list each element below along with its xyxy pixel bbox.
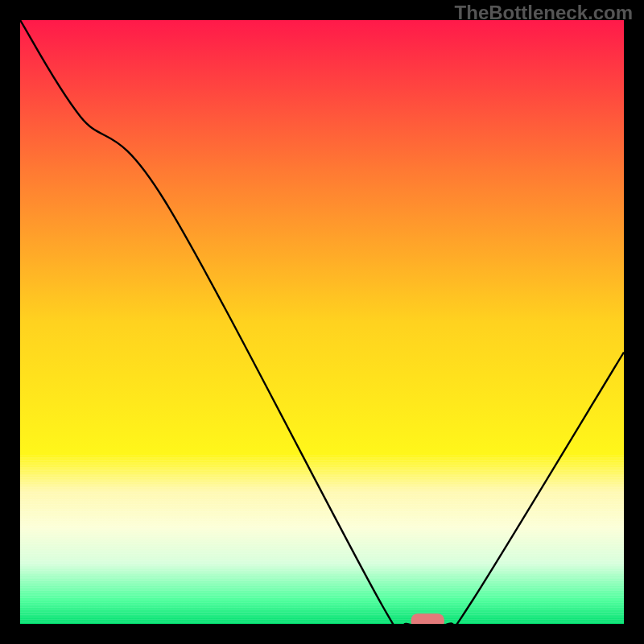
svg-rect-13 [20,487,624,489]
svg-rect-43 [20,560,624,562]
svg-rect-2 [20,460,624,461]
svg-rect-65 [20,614,624,616]
svg-rect-53 [20,584,624,586]
svg-rect-11 [20,481,624,483]
svg-rect-1 [20,457,624,459]
svg-rect-55 [20,589,624,591]
svg-rect-39 [20,551,624,552]
svg-rect-3 [20,462,624,464]
svg-rect-6 [20,469,624,471]
svg-rect-34 [20,538,624,539]
svg-rect-40 [20,553,624,555]
watermark-text: TheBottleneck.com [455,2,633,24]
svg-rect-52 [20,582,624,584]
svg-rect-35 [20,541,624,543]
svg-rect-17 [20,497,624,498]
svg-rect-33 [20,535,624,537]
svg-rect-41 [20,555,624,557]
optimal-marker [411,613,444,624]
chart-svg [20,20,624,624]
svg-rect-46 [20,568,624,569]
svg-rect-24 [20,514,624,515]
svg-rect-58 [20,597,624,599]
svg-rect-51 [20,580,624,581]
svg-rect-54 [20,587,624,588]
svg-rect-25 [20,516,624,518]
svg-rect-38 [20,548,624,550]
svg-rect-21 [20,506,624,508]
svg-rect-7 [20,472,624,473]
svg-rect-60 [20,602,624,604]
svg-rect-29 [20,526,624,527]
svg-rect-68 [20,621,624,623]
svg-rect-61 [20,605,624,606]
svg-rect-12 [20,485,624,486]
svg-rect-62 [20,607,624,609]
svg-rect-57 [20,594,624,596]
svg-rect-36 [20,543,624,545]
svg-rect-42 [20,558,624,559]
svg-rect-20 [20,504,624,506]
chart-container: TheBottleneck.com [0,0,644,644]
svg-rect-37 [20,546,624,547]
svg-rect-8 [20,474,624,476]
svg-rect-63 [20,609,624,611]
svg-rect-56 [20,592,624,593]
plot-area [20,20,624,624]
svg-rect-10 [20,479,624,481]
svg-rect-45 [20,565,624,567]
svg-rect-23 [20,511,624,513]
svg-rect-22 [20,509,624,510]
svg-rect-44 [20,563,624,564]
svg-rect-27 [20,521,624,522]
svg-rect-0 [20,455,624,456]
svg-rect-31 [20,530,624,532]
svg-rect-32 [20,533,624,535]
svg-rect-26 [20,518,624,520]
svg-rect-67 [20,619,624,621]
svg-rect-4 [20,464,624,466]
svg-rect-30 [20,528,624,530]
svg-rect-59 [20,600,624,601]
svg-rect-5 [20,467,624,469]
svg-rect-48 [20,572,624,574]
svg-rect-9 [20,477,624,478]
svg-rect-49 [20,575,624,576]
svg-rect-28 [20,523,624,525]
svg-rect-47 [20,570,624,572]
svg-rect-66 [20,617,624,618]
svg-rect-64 [20,612,624,613]
svg-rect-50 [20,577,624,579]
svg-rect-14 [20,489,624,491]
